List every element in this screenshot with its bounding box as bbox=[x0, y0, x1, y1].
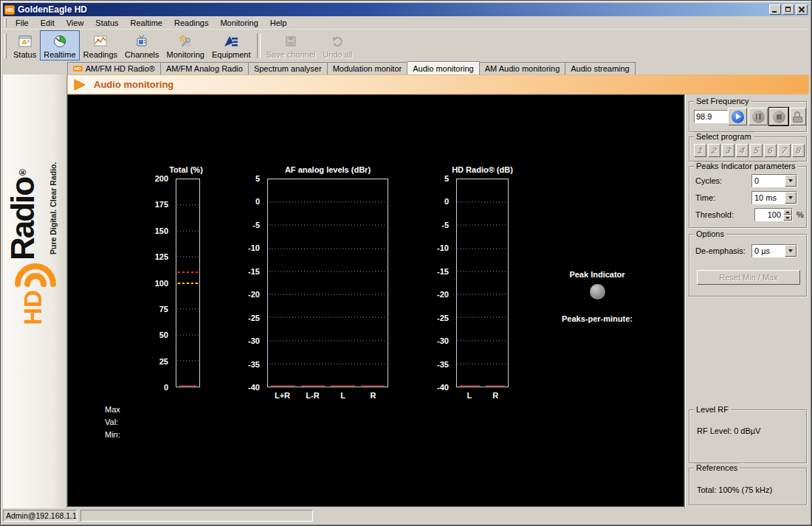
x-tick-label: L bbox=[467, 391, 472, 400]
y-tick-label: -40 bbox=[226, 383, 260, 392]
menu-item-help[interactable]: Help bbox=[264, 18, 293, 28]
y-tick-label: -30 bbox=[226, 336, 260, 345]
program-button-7[interactable]: 7 bbox=[778, 144, 791, 157]
program-number-label: 8 bbox=[795, 145, 802, 156]
chevron-down-icon[interactable] bbox=[785, 245, 796, 257]
toolbar-button-channels[interactable]: Channels bbox=[121, 30, 162, 60]
chevron-down-icon[interactable] bbox=[785, 192, 796, 204]
audio-monitor-panel: Total (%) 2001751501251007550250 AF anal… bbox=[67, 94, 684, 507]
program-button-5[interactable]: 5 bbox=[750, 144, 763, 157]
chart-plot bbox=[176, 179, 200, 387]
status-message-cell bbox=[80, 510, 313, 522]
toolbar-button-label: Status bbox=[13, 50, 36, 59]
spin-down-icon[interactable] bbox=[783, 215, 792, 221]
gridline bbox=[458, 363, 507, 364]
group-legend: Select program bbox=[694, 132, 754, 141]
program-number-label: 5 bbox=[753, 145, 760, 156]
deemphasis-dropdown[interactable]: 0 µs bbox=[751, 244, 797, 257]
undo-all-button[interactable]: Undo all bbox=[319, 30, 356, 60]
minimize-button[interactable] bbox=[769, 4, 781, 15]
tab-am-audio-monitoring[interactable]: AM Audio monitoring bbox=[480, 62, 566, 75]
y-tick-label: 75 bbox=[134, 305, 168, 314]
x-tick-label: R bbox=[492, 391, 498, 400]
menu-item-view[interactable]: View bbox=[61, 18, 90, 28]
spin-up-icon[interactable] bbox=[783, 209, 792, 215]
program-button-1[interactable]: 1 bbox=[694, 144, 706, 157]
rf-level-value: RF Level: 0 dBµV bbox=[697, 426, 760, 435]
gridline bbox=[458, 294, 507, 295]
lock-button[interactable] bbox=[790, 108, 806, 125]
tab-spectrum-analyser[interactable]: Spectrum analyser bbox=[249, 62, 328, 75]
toolbar-button-realtime[interactable]: Realtime bbox=[40, 30, 79, 60]
chart-x-axis: L+RL-RLR bbox=[267, 391, 388, 401]
maximize-button[interactable] bbox=[782, 4, 794, 15]
chevron-down-icon[interactable] bbox=[785, 175, 796, 187]
pause-button[interactable] bbox=[749, 108, 768, 125]
program-number-label: 1 bbox=[697, 145, 703, 156]
program-button-8[interactable]: 8 bbox=[792, 144, 805, 157]
gridline bbox=[177, 360, 199, 361]
tab-label: AM/FM HD Radio® bbox=[86, 64, 155, 73]
threshold-spinner[interactable]: 100 bbox=[754, 208, 793, 221]
program-button-2[interactable]: 2 bbox=[708, 144, 720, 157]
y-tick-label: -20 bbox=[415, 290, 449, 299]
banner-arrow-icon bbox=[74, 78, 86, 91]
menu-item-monitoring[interactable]: Monitoring bbox=[214, 18, 264, 28]
close-button[interactable] bbox=[796, 4, 808, 15]
program-button-4[interactable]: 4 bbox=[736, 144, 749, 157]
program-button-6[interactable]: 6 bbox=[764, 144, 777, 157]
tab-label: Audio streaming bbox=[571, 64, 630, 73]
y-tick-label: -30 bbox=[415, 336, 449, 345]
pause-icon bbox=[752, 111, 765, 123]
program-button-3[interactable]: 3 bbox=[722, 144, 734, 157]
peak-indicator-lamp bbox=[590, 284, 605, 300]
tab-am-fm-hd-radio-[interactable]: HDAM/FM HD Radio® bbox=[67, 62, 161, 75]
frequency-input[interactable] bbox=[694, 110, 728, 123]
tab-label: Spectrum analyser bbox=[254, 64, 322, 73]
menu-item-edit[interactable]: Edit bbox=[35, 18, 61, 28]
menu-item-status[interactable]: Status bbox=[89, 18, 124, 28]
reset-min-max-button[interactable]: Reset Min / Max bbox=[697, 270, 800, 285]
toolbar-button-equipment[interactable]: Equipment bbox=[208, 30, 255, 60]
level-bar bbox=[179, 385, 196, 387]
y-tick-label: -35 bbox=[226, 360, 260, 369]
y-tick-label: -15 bbox=[415, 267, 449, 276]
toolbar-button-status[interactable]: Status bbox=[10, 30, 40, 60]
threshold-line bbox=[178, 271, 198, 273]
tab-audio-streaming[interactable]: Audio streaming bbox=[565, 62, 636, 75]
title-bar[interactable]: HD GoldenEagle HD bbox=[3, 3, 809, 16]
menu-item-realtime[interactable]: Realtime bbox=[125, 18, 168, 28]
toolbar-button-readings[interactable]: Readings bbox=[80, 30, 121, 60]
menu-items: FileEditViewStatusRealtimeReadingsMonito… bbox=[10, 18, 292, 28]
stop-button[interactable] bbox=[769, 108, 788, 125]
registered-mark: ® bbox=[17, 167, 28, 178]
hd-radio-logo-icon: HD bbox=[7, 257, 62, 331]
gridline bbox=[177, 205, 199, 206]
tab-audio-monitoring[interactable]: Audio monitoring bbox=[407, 61, 480, 75]
menu-item-file[interactable]: File bbox=[10, 18, 35, 28]
gridline bbox=[458, 248, 507, 249]
level-bar bbox=[331, 385, 355, 387]
y-tick-label: -5 bbox=[415, 221, 449, 229]
gridline bbox=[269, 248, 387, 249]
play-button[interactable] bbox=[728, 108, 747, 125]
cycles-dropdown[interactable]: 0 bbox=[751, 174, 797, 187]
menu-item-readings[interactable]: Readings bbox=[168, 18, 214, 28]
tab-label: Audio monitoring bbox=[413, 64, 474, 73]
toolbar-button-monitoring[interactable]: Monitoring bbox=[163, 30, 208, 60]
tab-am-fm-analog-radio[interactable]: AM/FM Analog Radio bbox=[161, 62, 249, 75]
max-label: Max bbox=[105, 405, 120, 414]
realtime-icon bbox=[52, 33, 68, 49]
time-dropdown[interactable]: 10 ms bbox=[751, 191, 797, 204]
gridline bbox=[458, 340, 507, 341]
gridline bbox=[458, 202, 507, 203]
level-rf-group: Level RF RF Level: 0 dBµV bbox=[689, 409, 807, 463]
tab-modulation-monitor[interactable]: Modulation monitor bbox=[328, 62, 408, 75]
app-icon: HD bbox=[4, 5, 15, 15]
x-tick-label: R bbox=[371, 391, 376, 400]
gridline bbox=[269, 202, 387, 203]
threshold-unit: % bbox=[796, 210, 804, 219]
save-channel-button[interactable]: Save channel bbox=[263, 30, 320, 60]
save-icon bbox=[283, 33, 299, 49]
references-group: References Total: 100% (75 kHz) bbox=[689, 468, 807, 505]
